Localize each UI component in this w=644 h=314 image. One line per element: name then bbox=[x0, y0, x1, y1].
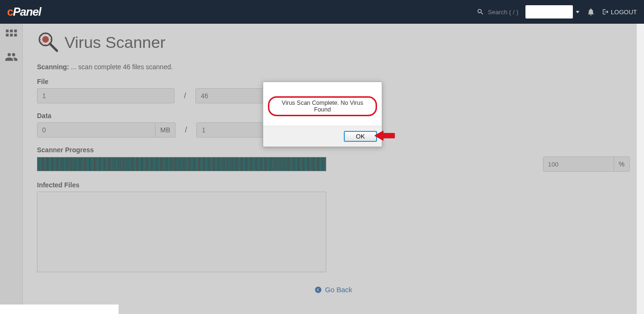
svg-rect-5 bbox=[14, 34, 17, 37]
progress-percent-input bbox=[543, 157, 614, 172]
search-box[interactable]: Search ( / ) bbox=[477, 8, 518, 16]
percent-symbol: % bbox=[614, 157, 630, 172]
infected-files-textarea[interactable] bbox=[37, 192, 326, 272]
svg-rect-1 bbox=[10, 29, 13, 32]
svg-point-7 bbox=[42, 36, 49, 43]
svg-line-12 bbox=[41, 35, 42, 36]
svg-line-15 bbox=[49, 35, 50, 36]
arrow-left-circle-icon bbox=[314, 286, 322, 294]
data-unit: MB bbox=[156, 122, 175, 138]
scanning-status-line: Scanning: ... scan complete 46 files sca… bbox=[37, 63, 630, 71]
logout-button[interactable]: LOGOUT bbox=[602, 9, 637, 16]
search-icon bbox=[477, 8, 484, 16]
alert-modal: Virus Scan Complete. No Virus Found OK bbox=[263, 82, 382, 147]
user-dropdown[interactable] bbox=[525, 5, 573, 18]
logo[interactable]: cPanel bbox=[7, 5, 41, 18]
logout-label: LOGOUT bbox=[611, 9, 637, 16]
svg-rect-2 bbox=[14, 29, 17, 32]
go-back-link[interactable]: Go Back bbox=[314, 286, 352, 294]
virus-scanner-icon bbox=[37, 31, 60, 54]
sidebar-apps-icon[interactable] bbox=[5, 28, 18, 42]
file-current-input bbox=[37, 88, 175, 103]
ok-button[interactable]: OK bbox=[344, 131, 377, 142]
svg-line-14 bbox=[41, 43, 42, 44]
chevron-down-icon[interactable] bbox=[576, 11, 580, 13]
search-placeholder: Search ( / ) bbox=[488, 9, 518, 16]
annotation-arrow-icon bbox=[375, 130, 396, 141]
svg-line-16 bbox=[50, 44, 57, 51]
svg-rect-4 bbox=[10, 34, 13, 37]
logout-icon bbox=[602, 9, 609, 15]
svg-rect-0 bbox=[6, 29, 9, 32]
footer-spacer bbox=[0, 305, 119, 314]
notifications-icon[interactable] bbox=[587, 8, 595, 16]
progress-label: Scanner Progress bbox=[37, 146, 630, 154]
progress-bar bbox=[37, 157, 326, 171]
divider: / bbox=[184, 92, 186, 100]
modal-message: Virus Scan Complete. No Virus Found bbox=[268, 96, 377, 116]
sidebar-users-icon[interactable] bbox=[5, 50, 18, 64]
data-current-input bbox=[37, 122, 156, 138]
svg-rect-3 bbox=[6, 34, 9, 37]
scrollbar[interactable] bbox=[636, 24, 644, 314]
divider: / bbox=[185, 126, 187, 134]
page-title: Virus Scanner bbox=[64, 33, 166, 52]
infected-files-label: Infected Files bbox=[37, 181, 630, 189]
